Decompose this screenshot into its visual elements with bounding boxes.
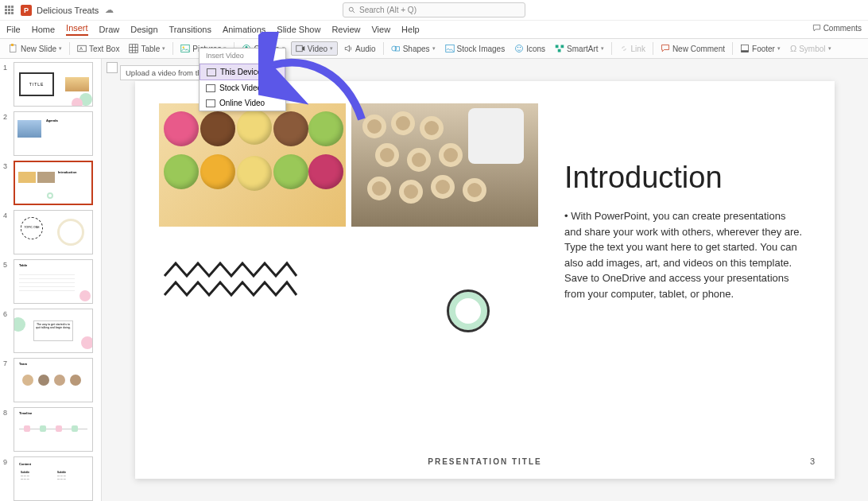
menu-file[interactable]: File — [6, 25, 21, 34]
svg-rect-6 — [130, 45, 138, 53]
link-button: Link — [615, 42, 649, 55]
slide-thumb-1[interactable]: TITLE — [14, 62, 93, 107]
svg-rect-22 — [556, 45, 559, 49]
svg-point-12 — [183, 46, 184, 48]
stock-video-icon — [206, 84, 215, 92]
slide-image-bakery[interactable] — [351, 103, 538, 227]
svg-point-21 — [520, 47, 521, 49]
menu-animations[interactable]: Animations — [223, 25, 265, 34]
online-video-icon — [206, 99, 215, 107]
menu-bar: File Home Insert Draw Design Transitions… — [0, 21, 868, 38]
zigzag-decoration — [163, 260, 298, 298]
symbol-button: ΩSymbol▾ — [786, 42, 835, 55]
slide-thumb-6[interactable]: The way to get started is to quit talkin… — [14, 309, 93, 353]
menu-design[interactable]: Design — [130, 25, 157, 34]
cloud-saved-icon[interactable]: ☁ — [105, 5, 114, 15]
search-input[interactable]: Search (Alt + Q) — [343, 2, 525, 17]
comment-icon — [812, 24, 821, 33]
new-slide-button[interactable]: New Slide▾ — [5, 42, 66, 55]
slide-thumb-7[interactable]: Team — [14, 358, 93, 402]
shapes-button[interactable]: Shapes▾ — [387, 42, 440, 55]
svg-text:A: A — [79, 46, 83, 51]
workspace: 1 TITLE 2 Agenda 3 Introduction 4 TOPIC … — [0, 59, 868, 501]
slide-image-macarons[interactable] — [159, 103, 346, 227]
slide-thumb-8[interactable]: Timeline — [14, 407, 93, 452]
svg-rect-23 — [561, 45, 564, 49]
icons-button[interactable]: Icons — [510, 42, 549, 55]
outline-toggle-icon[interactable] — [107, 62, 118, 73]
svg-point-19 — [516, 45, 523, 52]
insert-video-dropdown: Insert Video This Device Stock Videos On… — [199, 48, 286, 111]
menu-review[interactable]: Review — [331, 25, 360, 34]
menu-home[interactable]: Home — [32, 25, 55, 34]
table-button[interactable]: Table▾ — [125, 42, 169, 55]
textbox-button[interactable]: AText Box — [73, 42, 123, 55]
menu-view[interactable]: View — [371, 25, 390, 34]
insert-ribbon: New Slide▾ AText Box Table▾ Pictures▾ Ca… — [0, 38, 868, 59]
audio-button[interactable]: Audio — [339, 42, 380, 55]
menu-draw[interactable]: Draw — [99, 25, 120, 34]
device-icon — [207, 68, 216, 76]
slide-thumb-5[interactable]: Table — [14, 259, 93, 304]
dropdown-this-device[interactable]: This Device — [200, 64, 285, 80]
slide-body-text[interactable]: • With PowerPoint, you can create presen… — [564, 208, 803, 301]
slide[interactable]: Introduction • With PowerPoint, you can … — [135, 81, 835, 479]
stock-images-button[interactable]: Stock Images — [441, 42, 510, 55]
svg-rect-24 — [558, 49, 561, 52]
footer-button[interactable]: Footer▾ — [736, 42, 785, 55]
svg-point-0 — [349, 7, 353, 11]
slide-page-number: 3 — [810, 456, 815, 466]
comments-button[interactable]: Comments — [812, 24, 862, 33]
svg-rect-11 — [181, 45, 190, 52]
dropdown-stock-videos[interactable]: Stock Videos — [200, 80, 285, 95]
slide-thumbnail-panel[interactable]: 1 TITLE 2 Agenda 3 Introduction 4 TOPIC … — [0, 59, 102, 501]
dropdown-header: Insert Video — [200, 49, 285, 64]
search-icon — [348, 6, 356, 14]
svg-rect-15 — [296, 45, 302, 52]
slide-thumb-3[interactable]: Introduction — [14, 161, 93, 205]
powerpoint-icon: P — [21, 5, 32, 16]
app-launcher-icon[interactable] — [5, 6, 14, 15]
menu-insert[interactable]: Insert — [66, 23, 88, 36]
title-bar: P Delicious Treats ☁ Search (Alt + Q) — [0, 0, 868, 21]
slide-thumb-9[interactable]: Content Subtitle— — —— — — Subtitle— — —… — [14, 456, 93, 501]
svg-line-1 — [353, 10, 355, 13]
svg-point-20 — [517, 47, 519, 49]
slide-thumb-4[interactable]: TOPIC ONE — [14, 210, 93, 254]
slide-footer: PRESENTATION TITLE — [428, 457, 541, 466]
menu-transitions[interactable]: Transitions — [169, 25, 211, 34]
circle-decoration — [449, 292, 487, 330]
new-comment-button[interactable]: New Comment — [657, 42, 729, 55]
slide-thumb-2[interactable]: Agenda — [14, 111, 93, 156]
slide-title[interactable]: Introduction — [564, 161, 723, 195]
slide-canvas-area[interactable]: Introduction • With PowerPoint, you can … — [102, 59, 868, 501]
svg-rect-26 — [742, 50, 749, 52]
svg-rect-3 — [11, 44, 14, 46]
menu-help[interactable]: Help — [401, 25, 420, 34]
menu-slideshow[interactable]: Slide Show — [277, 25, 320, 34]
dropdown-online-video[interactable]: Online Video — [200, 95, 285, 111]
smartart-button[interactable]: SmartArt▾ — [551, 42, 607, 55]
document-title[interactable]: Delicious Treats — [37, 6, 99, 15]
video-button[interactable]: Video▾ — [291, 41, 338, 56]
